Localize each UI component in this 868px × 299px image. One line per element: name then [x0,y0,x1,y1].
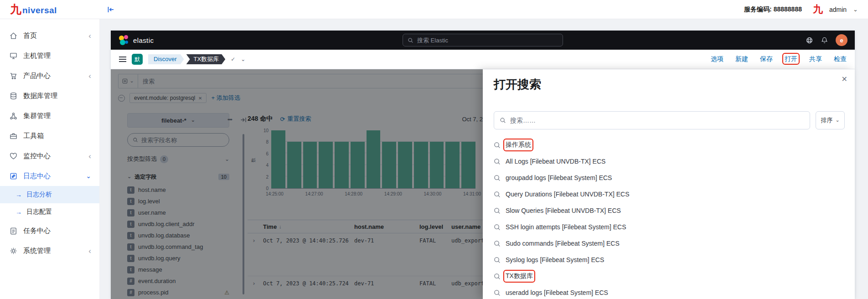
modal-overlay[interactable] [111,69,483,299]
sidebar-item-toolbox[interactable]: 工具箱 [0,126,99,146]
elastic-brand-text: elastic [133,36,154,44]
sidebar-item-hosts[interactable]: 主机管理 [0,46,99,66]
saved-search-icon [494,257,501,263]
close-icon[interactable]: ✕ [842,75,847,83]
sidebar-item-label: 产品中心 [23,72,51,80]
sidebar-item-label: 系统管理 [23,247,51,255]
saved-search-item[interactable]: Query Durations [Filebeat UNVDB-TX] ECS [494,186,844,202]
log-edit-icon [9,172,18,180]
saved-search-label: 操作系统 [506,141,531,149]
saved-search-item[interactable]: All Logs [Filebeat UNVDB-TX] ECS [494,153,844,170]
chevron-down-icon[interactable]: ⌄ [853,8,858,11]
logo-mark: 九 [10,4,21,15]
saved-search-label: All Logs [Filebeat UNVDB-TX] ECS [506,158,605,165]
saved-search-label: SSH login attempts [Filebeat System] ECS [506,223,626,231]
sidebar-item-log-center[interactable]: 日志中心 ⌄ [0,166,99,186]
heart-icon [9,152,18,160]
sidebar-item-monitoring[interactable]: 监控中心 ‹ [0,146,99,166]
chevron-down-icon[interactable]: ⌄ [241,57,245,61]
search-icon [408,37,413,43]
toolbar-action[interactable]: 检查 [834,55,847,63]
saved-search-searchbox [494,111,810,129]
cart-icon [9,72,18,80]
toolbar-action-label: 检查 [834,55,847,62]
saved-search-label: useradd logs [Filebeat System] ECS [506,289,608,296]
saved-search-label: TX数据库 [506,272,533,280]
sidebar-item-home[interactable]: 首页 ‹ [0,26,99,46]
sidebar-item-clusters[interactable]: 集群管理 [0,106,99,126]
elastic-logo-icon [118,35,129,46]
arrow-right-icon: → [16,208,22,216]
toolbar-action-label: 共享 [809,55,822,62]
toolbar-action-label: 打开 [785,55,797,62]
chevron-left-icon: ‹ [88,32,91,40]
chevron-down-icon: ⌄ [86,173,91,179]
chevron-down-icon: ⌄ [835,119,839,122]
app-header: 九 niversal 服务编码: 88888888 九 admin ⌄ [0,0,868,19]
sidebar-item-products[interactable]: 产品中心 ‹ [0,66,99,86]
saved-search-icon [494,240,501,247]
elastic-brand: elastic [118,35,154,46]
saved-search-icon [494,207,501,214]
toolbar-action-label: 保存 [760,55,773,62]
saved-search-label: Syslog logs [Filebeat System] ECS [506,256,604,263]
sidebar-item-label: 主机管理 [23,52,51,60]
arrow-right-icon: → [16,191,22,198]
notifications-icon[interactable] [821,36,828,44]
sidebar-item-system[interactable]: 系统管理 ‹ [0,241,99,261]
sidebar-item-log-config[interactable]: → 日志配置 [0,203,99,221]
username[interactable]: admin [829,6,847,13]
saved-search-item[interactable]: Slow Queries [Filebeat UNVDB-TX] ECS [494,202,844,219]
sidebar-item-label: 日志配置 [26,208,52,216]
breadcrumb-current: TX数据库 [186,54,226,64]
sidebar-item-label: 工具箱 [23,132,44,140]
user-avatar[interactable]: e [836,34,847,46]
discover-toolbar: 默 Discover TX数据库 ✓ ⌄ 选项新建保存打开共享检查 [111,50,855,69]
toolbar-action-label: 选项 [711,55,723,62]
saved-search-label: Slow Queries [Filebeat UNVDB-TX] ECS [506,207,621,214]
database-icon [9,92,18,100]
space-avatar[interactable]: 默 [132,54,143,65]
saved-search-item[interactable]: 操作系统 [494,137,844,153]
menu-icon[interactable] [119,57,126,62]
saved-search-item[interactable]: TX数据库 [494,268,844,284]
open-search-flyout: 打开搜索 ✕ 排序 ⌄ 操作系统 All Logs [Filebeat UNVD… [483,69,855,299]
elastic-topbar: elastic e [111,31,855,50]
saved-search-input[interactable] [510,117,804,124]
sort-button-label: 排序 [821,116,832,124]
saved-search-item[interactable]: groupadd logs [Filebeat System] ECS [494,170,844,186]
globe-icon[interactable] [806,36,813,44]
sidebar-item-label: 监控中心 [23,152,51,160]
saved-search-icon [494,158,501,165]
saved-search-item[interactable]: useradd logs [Filebeat System] ECS [494,284,844,299]
sidebar-item-log-analysis[interactable]: → 日志分析 [0,186,99,203]
sidebar-item-label: 首页 [23,31,37,40]
sidebar-item-label: 集群管理 [23,112,51,120]
sort-button[interactable]: 排序 ⌄ [816,111,845,129]
cluster-icon [9,112,18,120]
toolbar-action[interactable]: 选项 [711,55,723,63]
user-logo-mark: 九 [813,3,823,16]
toolbar-action[interactable]: 共享 [809,55,822,63]
saved-search-item[interactable]: Sudo commands [Filebeat System] ECS [494,235,844,252]
logo-text: niversal [22,5,57,15]
toolbar-action[interactable]: 保存 [760,55,773,63]
toolbar-action[interactable]: 打开 [785,55,797,63]
gear-icon [9,247,18,255]
toolbar-action[interactable]: 新建 [735,55,748,63]
saved-search-icon [494,175,501,181]
elastic-app: elastic e 默 Discover TX数据库 ✓ ⌄ 选项新建保存打开共… [111,31,855,299]
elastic-search-input[interactable] [417,37,558,44]
elastic-global-search[interactable] [403,34,563,46]
chevron-left-icon: ‹ [88,72,91,80]
saved-search-item[interactable]: Syslog logs [Filebeat System] ECS [494,252,844,268]
toolbar-actions: 选项新建保存打开共享检查 [711,55,847,63]
sidebar-item-tasks[interactable]: 任务中心 [0,221,99,241]
sidebar-item-databases[interactable]: 数据库管理 [0,86,99,106]
breadcrumb-discover[interactable]: Discover [148,54,184,64]
saved-search-item[interactable]: SSH login attempts [Filebeat System] ECS [494,219,844,235]
sidebar-item-label: 日志分析 [26,191,52,199]
sidebar-collapse-icon[interactable] [107,5,115,14]
flyout-title: 打开搜索 [494,77,541,93]
sidebar-item-label: 任务中心 [23,227,51,235]
